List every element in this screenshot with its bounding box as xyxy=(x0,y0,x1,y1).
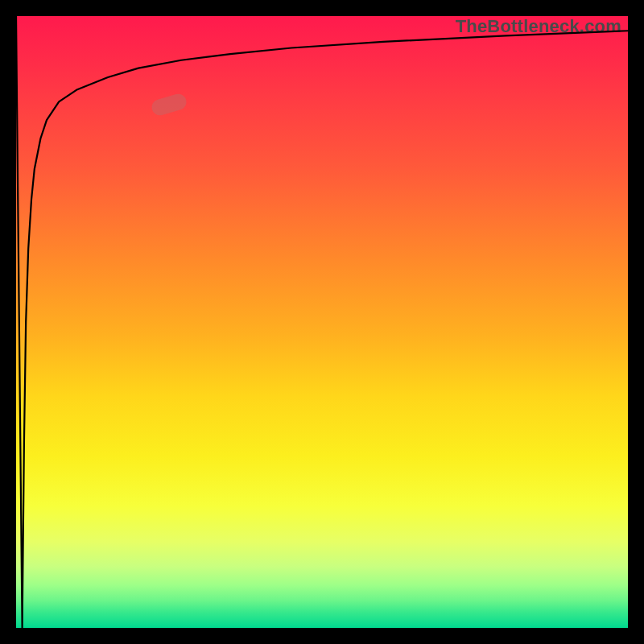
plot-area: TheBottleneck.com xyxy=(16,16,628,628)
chart-frame: TheBottleneck.com xyxy=(0,0,644,644)
bottleneck-curve xyxy=(16,16,628,628)
